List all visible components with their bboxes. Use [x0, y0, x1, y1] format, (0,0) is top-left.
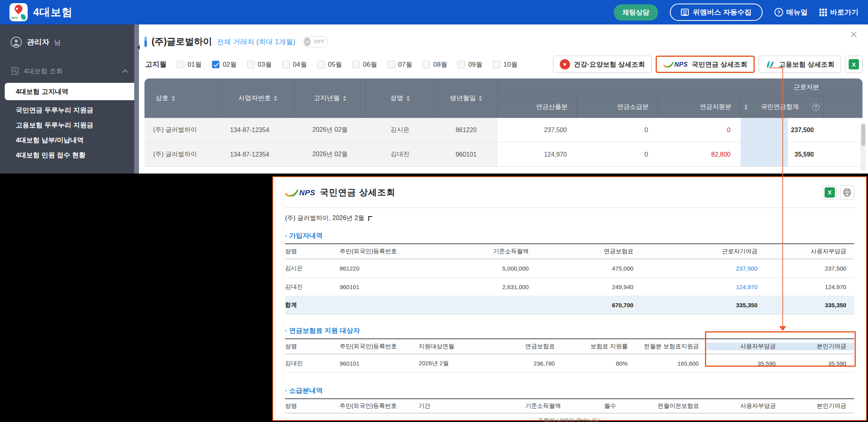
nps-logo-icon: NPS: [663, 60, 688, 68]
sort-icon: [744, 105, 748, 110]
nps-mini-icon: NPS: [11, 16, 17, 20]
cell-pension-calc: 124,970: [498, 142, 577, 166]
shortcut-label: 바로가기: [830, 7, 859, 17]
checkbox-icon: [247, 61, 255, 68]
employment-detail-button[interactable]: 고용보험 상세조회: [759, 56, 841, 73]
user-icon: [10, 36, 22, 48]
sidebar-item-civil-status[interactable]: 4대보험 민원 접수 현황: [0, 148, 134, 162]
health-heart-icon: [560, 59, 570, 69]
month-checkbox-10[interactable]: 10월: [493, 60, 517, 69]
col-header-pension-support[interactable]: 연금지원분: [658, 96, 740, 118]
excel-icon: [825, 187, 835, 198]
shortcut-link[interactable]: 바로가기: [819, 7, 859, 17]
manual-link[interactable]: 매뉴얼: [774, 7, 808, 17]
sidebar-splitter[interactable]: [134, 24, 139, 174]
sort-icon: [274, 96, 277, 101]
info-icon[interactable]: [812, 104, 819, 111]
col-header-spacer: [824, 96, 862, 118]
nps-logo-icon: NPS: [285, 188, 315, 197]
month-checkbox-07[interactable]: 07월: [388, 60, 412, 69]
excel-export-button[interactable]: [823, 185, 837, 200]
cell-pension-support: 82,800: [658, 142, 741, 166]
col-header-company[interactable]: 상호: [144, 78, 221, 118]
checkbox-icon: [317, 61, 325, 68]
cell-birth: 960101: [435, 142, 498, 166]
collapse-left-icon[interactable]: [135, 45, 140, 50]
panel-actions: [823, 185, 854, 200]
cell-birth: 861220: [435, 118, 498, 142]
calendar-icon: [681, 9, 689, 16]
panel-subtitle: (주) 글러벌하이, 2026년 2월: [285, 214, 364, 222]
user-row: 관리자 님: [0, 24, 134, 48]
chat-consult-button[interactable]: 채팅상담: [614, 4, 658, 21]
scope-link[interactable]: 전체 거래처 (최대 1개월): [217, 37, 295, 47]
cell-notice-month: 2026년 02월: [294, 142, 366, 166]
panel-header: NPS 국민연금 상세조회: [285, 177, 854, 208]
table-header-row: 성명 주민(외국인)등록번호 기간 기준소득월액 월수 전월이전보험료 사용자부…: [285, 399, 854, 413]
cell-spacer: [824, 142, 862, 166]
filter-row: 고지월 01월 02월 03월 04월 05월 06월 07월 08월 09월 …: [139, 48, 868, 73]
manual-label: 매뉴얼: [786, 7, 808, 17]
auto-collect-label: 위멤버스 자동수집: [693, 7, 752, 17]
sidebar-item-payment-status[interactable]: 4대보험 납부/미납내역: [0, 133, 134, 148]
cell-pension-retro: 0: [577, 118, 658, 142]
section-title-support-targets: 연금보험료 지원 대상자: [285, 326, 854, 335]
section-title-subscribers: 가입자내역: [285, 231, 854, 240]
col-header-pension-total[interactable]: 국민연금합계: [741, 96, 824, 118]
table-row: 김시은 861220 5,000,000 475,000 237,500 237…: [285, 259, 854, 278]
col-header-bizno[interactable]: 사업자번호: [221, 78, 295, 118]
scroll-up-icon[interactable]: [847, 92, 852, 98]
cell-pension-total: 35,590: [741, 142, 824, 166]
group-header-label: 근로자분: [498, 78, 862, 96]
cell-bizno: 134-87-12354: [221, 118, 295, 142]
pension-detail-button[interactable]: NPS 국민연금 상세조회: [656, 56, 755, 73]
app-title: 4대보험: [33, 5, 73, 19]
scrollbar-thumb[interactable]: [861, 124, 865, 146]
col-header-pension-calc[interactable]: 연금산출분: [498, 96, 577, 118]
panel-title: 국민연금 상세조회: [320, 187, 396, 198]
auto-collect-button[interactable]: 위멤버스 자동수집: [670, 4, 763, 21]
col-header-name[interactable]: 성명: [366, 78, 435, 118]
col-header-notice-month[interactable]: 고지년월: [294, 78, 366, 118]
chevron-up-icon[interactable]: [122, 69, 128, 75]
cell-pension-retro: 0: [577, 142, 658, 166]
month-checkbox-02[interactable]: 02월: [212, 60, 237, 69]
sidebar-item-pension-durunuri[interactable]: 국민연금 두루누리 지원금: [0, 103, 134, 118]
grid-header: 상호 사업자번호 고지년월 성명 생년월일 근로자분 연금산출분 연금소급분 연…: [144, 78, 862, 118]
close-icon[interactable]: [850, 30, 858, 39]
month-checkbox-09[interactable]: 09월: [457, 60, 482, 69]
month-checkbox-03[interactable]: 03월: [247, 60, 272, 69]
excel-export-button[interactable]: [845, 56, 862, 73]
sidebar-item-notice-history[interactable]: 4대보험 고지내역: [5, 83, 134, 100]
support-targets-table: 성명 주민(외국인)등록번호 지원대상연월 연금보험료 보험료 지원률 전월분 …: [285, 338, 854, 373]
company-name: (주)글로벌하이: [152, 35, 212, 48]
month-checkbox-08[interactable]: 08월: [422, 60, 447, 69]
sort-icon: [407, 96, 410, 101]
print-button[interactable]: [840, 185, 854, 200]
checkbox-icon: [177, 61, 184, 68]
col-header-pension-retro[interactable]: 연금소급분: [577, 96, 658, 118]
vertical-scrollbar[interactable]: [861, 123, 866, 171]
grid-icon: [819, 9, 827, 16]
month-checkbox-01[interactable]: 01월: [177, 60, 202, 69]
toggle-label: OFF: [314, 39, 325, 45]
sidebar-section: 4대보험 조회: [0, 48, 134, 76]
sort-icon: [172, 96, 175, 101]
col-header-birth[interactable]: 생년월일: [435, 78, 498, 118]
grid-row[interactable]: (주) 글러벌하이 134-87-12354 2026년 02월 김대진 960…: [144, 142, 862, 167]
user-suffix: 님: [54, 38, 61, 47]
table-header-row: 성명 주민(외국인)등록번호 지원대상연월 연금보험료 보험료 지원률 전월분 …: [285, 339, 854, 354]
month-checkbox-05[interactable]: 05월: [317, 60, 342, 69]
toggle-knob: [304, 37, 311, 46]
sidebar-item-employment-durunuri[interactable]: 고용보험 두루누리 지원금: [0, 118, 134, 133]
checkbox-icon: [457, 61, 465, 68]
health-detail-button[interactable]: 건강·요양보험 상세조회: [553, 56, 652, 73]
off-toggle[interactable]: OFF: [302, 36, 328, 47]
sidebar-section-label: 4대보험 조회: [24, 67, 119, 76]
sort-icon: [343, 96, 346, 101]
grid-row[interactable]: (주) 글러벌하이 134-87-12354 2026년 02월 김시은 861…: [144, 118, 862, 142]
notice-grid: 상호 사업자번호 고지년월 성명 생년월일 근로자분 연금산출분 연금소급분 연…: [144, 78, 862, 167]
group-subheaders: 연금산출분 연금소급분 연금지원분 국민연금합계: [498, 96, 862, 118]
month-checkbox-04[interactable]: 04월: [282, 60, 307, 69]
month-checkbox-06[interactable]: 06월: [352, 60, 377, 69]
